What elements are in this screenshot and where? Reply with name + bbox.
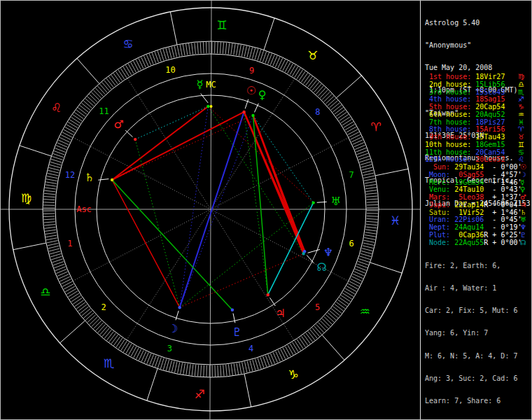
degree-tick <box>306 333 313 342</box>
zodiac-wheel-chart: ♈♉♊♋♌♍♎♏♐♑♒♓123456789101112☉☽☿♀♂♃♄♅♆♇☊As… <box>1 1 421 420</box>
degree-tick <box>255 359 259 370</box>
degree-tick <box>47 241 58 243</box>
degree-tick <box>310 330 317 338</box>
degree-tick <box>158 358 161 368</box>
aspect-line-sun-node <box>244 112 304 254</box>
degree-tick <box>302 336 308 345</box>
degree-tick <box>366 227 377 228</box>
degree-tick <box>74 112 83 118</box>
degree-tick <box>365 235 376 237</box>
degree-tick <box>365 181 376 183</box>
degree-tick <box>340 115 349 121</box>
degree-tick <box>91 92 99 100</box>
degree-tick <box>364 237 375 239</box>
house-cusp-line <box>127 209 211 340</box>
degree-tick <box>237 363 239 374</box>
degree-tick <box>46 182 57 184</box>
degree-tick <box>244 46 246 57</box>
degree-tick <box>62 281 72 286</box>
degree-tick <box>51 256 62 260</box>
sun-point-dot <box>242 111 245 113</box>
degree-tick <box>314 326 322 335</box>
degree-tick <box>48 244 59 246</box>
jupiter-pointer-line <box>270 298 276 306</box>
gemini-sign-icon: ♊ <box>216 18 227 32</box>
degree-tick <box>341 295 350 302</box>
degree-tick <box>290 65 295 75</box>
degree-tick <box>322 92 330 99</box>
degree-tick <box>316 86 324 94</box>
degree-tick <box>183 44 185 55</box>
degree-tick <box>82 309 90 316</box>
degree-tick <box>349 281 359 286</box>
degree-tick <box>231 364 232 375</box>
degree-tick <box>367 202 378 202</box>
degree-tick <box>49 248 60 251</box>
degree-tick <box>48 170 59 173</box>
degree-tick <box>52 259 62 262</box>
node-pointer-line <box>307 255 314 263</box>
house-cusp-line <box>211 209 294 340</box>
degree-tick <box>253 360 255 371</box>
degree-tick <box>262 52 266 62</box>
saturn-pointer-line <box>98 179 108 181</box>
mars-pointer-line <box>125 130 132 137</box>
planet-row: Node: 22Aqu55R + 0°00'☊ <box>425 239 531 247</box>
degree-tick <box>121 341 127 351</box>
degree-tick <box>129 345 134 355</box>
degree-tick <box>308 331 315 340</box>
degree-tick <box>169 48 172 59</box>
degree-tick <box>324 316 332 324</box>
degree-tick <box>175 362 177 373</box>
degree-tick <box>155 356 158 367</box>
sign-boundary-line <box>244 374 251 407</box>
degree-tick <box>71 117 80 123</box>
sun-icon: ☉ <box>246 84 256 97</box>
degree-tick <box>100 326 108 335</box>
moon-point-dot <box>178 306 181 309</box>
degree-tick <box>108 77 115 86</box>
degree-tick <box>367 205 378 206</box>
asc-label: Asc <box>76 204 92 214</box>
degree-tick <box>304 75 311 84</box>
aspect-line-mercury-node <box>208 106 303 253</box>
degree-tick <box>48 174 59 176</box>
planet-position-list: Sun: 29Tau34 - 0°00'☉ Moon: 0Sag55 - 4°5… <box>425 164 531 246</box>
degree-tick <box>43 202 55 203</box>
degree-tick <box>155 52 158 62</box>
aspect-line-mercury-moon <box>180 106 209 307</box>
degree-tick <box>192 365 193 376</box>
degree-tick <box>66 288 76 294</box>
mercury-icon: ☿ <box>197 78 204 91</box>
libra-sign-icon: ♎ <box>40 285 50 299</box>
degree-tick <box>225 43 227 54</box>
degree-tick <box>201 365 202 377</box>
mercury-point-dot <box>206 105 209 108</box>
aspect-line-venus-jupiter <box>253 115 268 295</box>
degree-tick <box>329 101 337 108</box>
degree-tick <box>361 164 372 167</box>
sign-boundary-line <box>77 59 99 84</box>
degree-tick <box>61 279 71 284</box>
tally-fire-earth: Fire: 2, Earth: 6, <box>425 262 531 270</box>
degree-tick <box>189 364 190 375</box>
degree-tick <box>158 50 161 61</box>
chart-owner: "Anonymous" <box>425 42 531 50</box>
degree-tick <box>123 342 129 352</box>
degree-tick <box>242 363 244 374</box>
virgo-sign-icon: ♍ <box>21 191 31 205</box>
degree-tick <box>181 363 183 374</box>
degree-tick <box>46 185 57 186</box>
degree-tick <box>169 360 172 372</box>
degree-tick <box>247 361 250 372</box>
degree-tick <box>366 196 377 197</box>
degree-tick <box>299 71 305 80</box>
degree-tick <box>263 356 267 367</box>
degree-tick <box>160 358 164 369</box>
degree-tick <box>280 59 285 69</box>
house-number: 3 <box>167 344 172 354</box>
degree-tick <box>48 246 59 248</box>
wheel-svg: ♈♉♊♋♌♍♎♏♐♑♒♓123456789101112☉☽☿♀♂♃♄♅♆♇☊As… <box>1 1 421 420</box>
degree-tick <box>365 230 377 231</box>
degree-tick <box>118 70 125 79</box>
